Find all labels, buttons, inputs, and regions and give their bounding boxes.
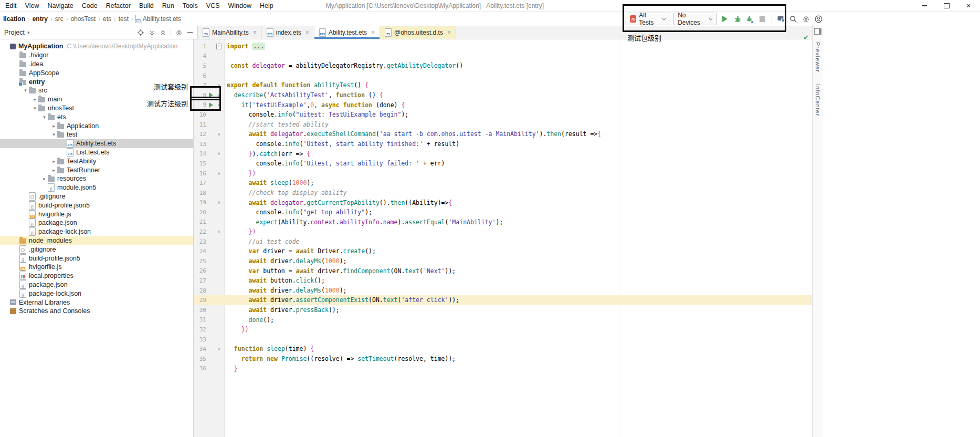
tree-item-hvigorfile-js[interactable]: hvigorfile.js: [0, 210, 193, 218]
chevron-expanded-icon[interactable]: ▾: [31, 106, 38, 111]
hide-panel-icon[interactable]: [187, 29, 193, 36]
code-line-27[interactable]: 27 await button.click();: [194, 276, 812, 286]
device-select[interactable]: No Devices: [673, 13, 717, 25]
debug-attach-icon[interactable]: [745, 14, 755, 24]
menu-item-edit[interactable]: Edit: [1, 2, 21, 9]
code-line-28[interactable]: 28 await driver.delayMs(1000);: [194, 286, 812, 296]
code-line-19[interactable]: 19∨ await delegator.getCurrentTopAbility…: [194, 198, 812, 208]
tool-window-button-previewer[interactable]: Previewer: [815, 42, 821, 72]
expand-all-icon[interactable]: [149, 29, 155, 36]
tree-item-myapplication[interactable]: MyApplicationC:\Users\lenovo\Desktop\MyA…: [0, 42, 193, 51]
code-line-25[interactable]: 25 await driver.delayMs(1000);: [194, 256, 812, 266]
fold-marker-icon[interactable]: ∨: [215, 347, 223, 351]
code-line-21[interactable]: 21 expect(Ability.context.abilityInfo.na…: [194, 217, 812, 227]
run-test-icon[interactable]: [206, 102, 215, 108]
code-line-23[interactable]: 23 //ui test code: [194, 237, 812, 247]
locate-icon[interactable]: [137, 29, 144, 36]
tree-item-list-test-ets[interactable]: List.test.ets: [0, 148, 193, 157]
menu-item-run[interactable]: Run: [158, 2, 178, 9]
breadcrumb-item-ohostest[interactable]: ohosTest: [70, 15, 96, 23]
code-line-33[interactable]: 33: [194, 335, 812, 345]
tool-window-icon[interactable]: [814, 28, 821, 35]
menu-item-help[interactable]: Help: [256, 2, 278, 9]
code-line-5[interactable]: 5 const delegator = abilityDelegatorRegi…: [194, 61, 812, 71]
fold-marker-icon[interactable]: ∧: [215, 230, 223, 234]
tree-item-local-properties[interactable]: local.properties: [0, 272, 193, 280]
tree-item-external-libraries[interactable]: External Libraries: [0, 298, 193, 307]
close-icon[interactable]: ×: [253, 29, 257, 36]
chevron-expanded-icon[interactable]: ▾: [50, 132, 57, 137]
code-line-30[interactable]: 30 await driver.pressBack();: [194, 305, 812, 315]
tree-item-gitignore[interactable]: .gitignore: [0, 245, 193, 254]
fold-marker-icon[interactable]: ∨: [215, 200, 223, 205]
tool-window-button-infocenter[interactable]: InfoCenter: [815, 84, 821, 116]
device-manager-icon[interactable]: [776, 14, 786, 24]
menu-item-view[interactable]: View: [21, 2, 44, 9]
tree-item-test[interactable]: ▾test: [0, 130, 193, 139]
tab-ability-test-ets[interactable]: Ability.test.ets×: [314, 26, 380, 39]
inspections-ok-icon[interactable]: ✔: [803, 34, 809, 41]
tree-item-hvigor[interactable]: .hvigor: [0, 51, 193, 60]
code-line-10[interactable]: 10 console.info("uitest: TestUiExample b…: [194, 110, 812, 120]
code-line-1[interactable]: 1+import ...: [194, 41, 812, 51]
tree-item-package-json[interactable]: package.json: [0, 218, 193, 227]
tree-item-testability[interactable]: ▸TestAbility: [0, 157, 193, 165]
menu-item-code[interactable]: Code: [78, 2, 102, 9]
code-editor[interactable]: 1+import ...45 const delegator = ability…: [194, 39, 812, 437]
debug-icon[interactable]: [733, 14, 742, 24]
project-panel-header[interactable]: Project ▾: [0, 26, 198, 39]
code-line-12[interactable]: 12∨ await delegator.executeShellCommand(…: [194, 129, 812, 139]
chevron-collapsed-icon[interactable]: ▸: [41, 176, 48, 181]
profile-icon[interactable]: [814, 14, 823, 24]
tree-item-application[interactable]: ▸Application: [0, 121, 193, 130]
run-configuration-select[interactable]: JS All Tests: [626, 13, 670, 25]
code-line-32[interactable]: 32 }): [194, 325, 812, 335]
tree-item-hvigorfile-js[interactable]: hvigorfile.js: [0, 263, 193, 272]
code-line-15[interactable]: 15 console.info('Uitest, start ability f…: [194, 159, 812, 169]
breadcrumb-item-ets[interactable]: ets: [102, 15, 112, 23]
code-line-22[interactable]: 22∧ }): [194, 227, 812, 237]
code-line-7[interactable]: 7∨export default function abilityTest() …: [194, 80, 812, 90]
code-line-18[interactable]: 18 //check top display ability: [194, 188, 812, 198]
menu-item-refactor[interactable]: Refactor: [102, 2, 135, 9]
code-line-4[interactable]: 4: [194, 51, 812, 61]
tree-item-appscope[interactable]: AppScope: [0, 68, 193, 77]
code-line-8[interactable]: 8∨ describe('ActsAbilityTest', function …: [194, 90, 812, 100]
code-line-14[interactable]: 14∧ }).catch(err => {: [194, 149, 812, 159]
fold-marker-icon[interactable]: ∧: [215, 151, 223, 156]
chevron-expanded-icon[interactable]: ▾: [41, 115, 48, 120]
menu-item-vcs[interactable]: VCS: [202, 2, 224, 9]
settings-gear-icon[interactable]: [175, 29, 183, 36]
fold-marker-icon[interactable]: ∨: [215, 83, 223, 88]
chevron-collapsed-icon[interactable]: ▸: [50, 123, 57, 129]
tree-item-package-lock-json[interactable]: package-lock.json: [0, 227, 193, 236]
fold-marker-icon[interactable]: ∨: [215, 132, 223, 137]
code-line-11[interactable]: 11 //start tested ability: [194, 120, 812, 130]
tree-item-testrunner[interactable]: ▸TestRunner: [0, 165, 193, 174]
maximize-icon[interactable]: [943, 3, 950, 9]
breadcrumb-item-test[interactable]: test: [118, 15, 129, 23]
breadcrumb-item-src[interactable]: src: [55, 15, 64, 23]
code-line-29[interactable]: 29 await driver.assertComponentExist(ON.…: [194, 295, 812, 305]
close-icon[interactable]: ×: [305, 29, 309, 36]
breadcrumb-item-lication[interactable]: lication: [3, 15, 26, 23]
code-line-36[interactable]: 36 }: [194, 364, 812, 374]
code-line-9[interactable]: 9∨ it('testUiExample',0, async function …: [194, 100, 812, 110]
minimize-icon[interactable]: [921, 3, 928, 9]
close-icon[interactable]: ×: [447, 29, 451, 36]
breadcrumb-item-ability-test-ets[interactable]: Ability.test.ets: [142, 15, 182, 23]
search-icon[interactable]: [788, 14, 798, 24]
fold-marker-icon[interactable]: ∧: [215, 171, 223, 176]
code-line-17[interactable]: 17 await sleep(1000);: [194, 178, 812, 188]
tree-item-package-json[interactable]: package.json: [0, 280, 193, 289]
run-test-icon[interactable]: [206, 92, 215, 98]
fold-marker-icon[interactable]: ∨: [215, 93, 223, 98]
tree-item-scratches-and-consoles[interactable]: Scratches and Consoles: [0, 307, 193, 316]
tree-item-build-profile-json5[interactable]: build-profile.json5: [0, 254, 193, 263]
code-line-16[interactable]: 16∧ }): [194, 169, 812, 179]
breadcrumb-item-entry[interactable]: entry: [32, 15, 48, 23]
tab-ohos-uitest-d-ts[interactable]: @ohos.uitest.d.ts×: [380, 26, 456, 39]
tree-item-package-lock-json[interactable]: package-lock.json: [0, 289, 193, 298]
menu-item-build[interactable]: Build: [135, 2, 158, 9]
chevron-expanded-icon[interactable]: ▾: [22, 88, 29, 93]
